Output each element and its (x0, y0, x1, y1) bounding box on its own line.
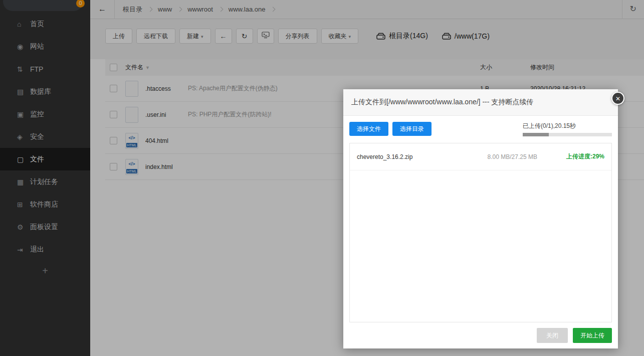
close-button[interactable]: 关闭 (537, 328, 568, 343)
upload-file-size: 8.00 MB/27.25 MB (488, 153, 537, 160)
dialog-header: 上传文件到[/www/wwwroot/www.laa.one/] --- 支持断… (343, 89, 618, 116)
upload-file-row: chevereto_3.16.2.zip 8.00 MB/27.25 MB 上传… (350, 143, 611, 170)
dialog-body: 选择文件 选择目录 已上传(0/1),20.15秒 chevereto_3.16… (343, 116, 618, 328)
start-upload-button[interactable]: 开始上传 (573, 328, 612, 343)
dialog-title: 上传文件到[/www/wwwroot/www.laa.one/] --- 支持断… (351, 98, 533, 107)
progress-bar (523, 133, 612, 136)
upload-actions: 选择文件 选择目录 已上传(0/1),20.15秒 (349, 122, 612, 136)
close-icon[interactable]: ✕ (611, 92, 624, 105)
upload-file-list: chevereto_3.16.2.zip 8.00 MB/27.25 MB 上传… (349, 143, 612, 322)
upload-progress-block: 已上传(0/1),20.15秒 (523, 122, 612, 136)
upload-file-progress: 上传进度:29% (566, 152, 604, 161)
choose-dir-button[interactable]: 选择目录 (392, 122, 432, 136)
choose-file-button[interactable]: 选择文件 (349, 122, 388, 136)
dialog-footer: 关闭 开始上传 (343, 322, 618, 348)
upload-file-name: chevereto_3.16.2.zip (357, 153, 488, 160)
upload-dialog: 上传文件到[/www/wwwroot/www.laa.one/] --- 支持断… (343, 89, 618, 348)
progress-bar-fill (523, 133, 549, 136)
upload-status-text: 已上传(0/1),20.15秒 (523, 122, 612, 130)
